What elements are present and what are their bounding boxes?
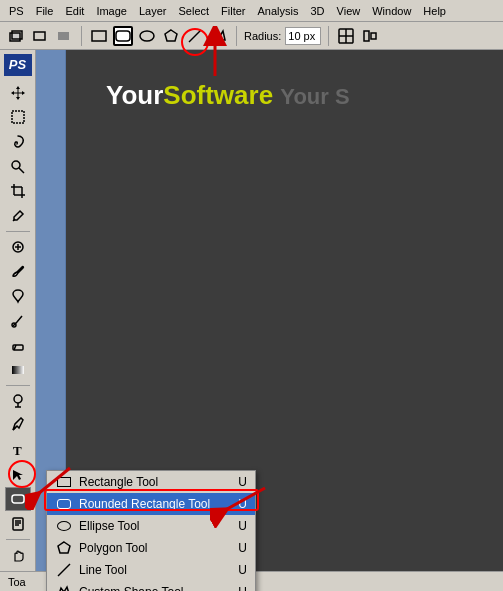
- crop-tool[interactable]: [5, 179, 31, 203]
- svg-point-16: [12, 161, 20, 169]
- menu-help[interactable]: Help: [418, 4, 451, 18]
- menu-layer[interactable]: Layer: [134, 4, 172, 18]
- svg-line-17: [19, 168, 24, 173]
- clone-tool[interactable]: [5, 284, 31, 308]
- separator-1: [81, 26, 82, 46]
- polygon-tool-opt[interactable]: [161, 26, 181, 46]
- ellipse-icon: [55, 517, 73, 535]
- context-menu-custom[interactable]: Custom Shape Tool U: [47, 581, 255, 591]
- radius-label: Radius:: [244, 30, 281, 42]
- ellipse-tool-opt[interactable]: [137, 26, 157, 46]
- polygon-label: Polygon Tool: [79, 541, 228, 555]
- svg-rect-5: [116, 31, 130, 41]
- menu-window[interactable]: Window: [367, 4, 416, 18]
- path-select-tool[interactable]: [5, 463, 31, 487]
- menu-file[interactable]: File: [31, 4, 59, 18]
- ps-logo: PS: [4, 54, 32, 76]
- line-icon: [55, 561, 73, 579]
- svg-point-30: [14, 395, 22, 403]
- fill-pixels-btn[interactable]: [54, 26, 74, 46]
- svg-rect-12: [364, 31, 369, 41]
- hand-tool[interactable]: [5, 543, 31, 567]
- align-btn[interactable]: [360, 26, 380, 46]
- menu-filter[interactable]: Filter: [216, 4, 250, 18]
- svg-line-46: [58, 564, 70, 576]
- gradient-tool[interactable]: [5, 358, 31, 382]
- brand-text: YourSoftware Your S: [76, 60, 503, 131]
- context-menu-rounded-rect[interactable]: Rounded Rectangle Tool U: [47, 493, 255, 515]
- svg-line-8: [189, 30, 201, 42]
- context-menu-rect[interactable]: Rectangle Tool U: [47, 471, 255, 493]
- your-s-text: Your S: [280, 84, 349, 109]
- type-tool[interactable]: T: [5, 438, 31, 462]
- context-menu-line[interactable]: Line Tool U: [47, 559, 255, 581]
- menu-3d[interactable]: 3D: [306, 4, 330, 18]
- menu-bar: PS File Edit Image Layer Select Filter A…: [0, 0, 503, 22]
- tool-sep-3: [6, 539, 30, 540]
- rounded-rect-shortcut: U: [238, 497, 247, 511]
- healing-tool[interactable]: [5, 235, 31, 259]
- snap-btn[interactable]: [336, 26, 356, 46]
- custom-label: Custom Shape Tool: [79, 585, 228, 591]
- separator-3: [328, 26, 329, 46]
- rect-label: Rectangle Tool: [79, 475, 228, 489]
- rect-tool-opt[interactable]: [89, 26, 109, 46]
- context-menu-polygon[interactable]: Polygon Tool U: [47, 537, 255, 559]
- move-tool[interactable]: [5, 81, 31, 105]
- svg-rect-35: [12, 495, 24, 503]
- toolbar: PS: [0, 50, 36, 591]
- notes-tool[interactable]: [5, 512, 31, 536]
- history-brush-tool[interactable]: [5, 309, 31, 333]
- svg-marker-45: [58, 542, 70, 553]
- custom-shape-tool-opt[interactable]: [209, 26, 229, 46]
- menu-select[interactable]: Select: [174, 4, 215, 18]
- svg-rect-36: [13, 518, 23, 530]
- rounded-rect-label: Rounded Rectangle Tool: [79, 497, 228, 511]
- menu-image[interactable]: Image: [91, 4, 132, 18]
- context-menu-ellipse[interactable]: Ellipse Tool U: [47, 515, 255, 537]
- ellipse-label: Ellipse Tool: [79, 519, 228, 533]
- eraser-tool[interactable]: [5, 333, 31, 357]
- svg-rect-3: [58, 32, 69, 40]
- svg-rect-13: [371, 33, 376, 39]
- menu-analysis[interactable]: Analysis: [253, 4, 304, 18]
- ellipse-shortcut: U: [238, 519, 247, 533]
- lasso-tool[interactable]: [5, 130, 31, 154]
- custom-icon: [55, 583, 73, 591]
- polygon-icon: [55, 539, 73, 557]
- options-bar: Radius:: [0, 22, 503, 50]
- menu-edit[interactable]: Edit: [60, 4, 89, 18]
- rounded-rect-icon: [55, 495, 73, 513]
- context-menu: Rectangle Tool U Rounded Rectangle Tool …: [46, 470, 256, 591]
- svg-rect-29: [12, 366, 24, 374]
- brush-tool[interactable]: [5, 259, 31, 283]
- paths-btn[interactable]: [30, 26, 50, 46]
- pen-tool[interactable]: [5, 413, 31, 437]
- polygon-shortcut: U: [238, 541, 247, 555]
- menu-view[interactable]: View: [332, 4, 366, 18]
- line-shortcut: U: [238, 563, 247, 577]
- svg-marker-7: [165, 30, 177, 41]
- shape-tool[interactable]: [5, 487, 31, 511]
- tool-sep-1: [6, 231, 30, 232]
- shape-layers-btn[interactable]: [6, 26, 26, 46]
- software-text: Software: [163, 80, 273, 110]
- dodge-tool[interactable]: [5, 389, 31, 413]
- separator-2: [236, 26, 237, 46]
- menu-ps[interactable]: PS: [4, 4, 29, 18]
- custom-shortcut: U: [238, 585, 247, 591]
- line-label: Line Tool: [79, 563, 228, 577]
- rounded-rect-tool-opt[interactable]: [113, 26, 133, 46]
- svg-point-6: [140, 31, 154, 41]
- eyedropper-tool[interactable]: [5, 204, 31, 228]
- rect-shortcut: U: [238, 475, 247, 489]
- your-text: Your: [106, 80, 163, 110]
- radius-input[interactable]: [285, 27, 321, 45]
- status-text: Toa: [8, 576, 26, 588]
- svg-rect-4: [92, 31, 106, 41]
- svg-rect-2: [34, 32, 45, 40]
- line-tool-opt[interactable]: [185, 26, 205, 46]
- quick-select-tool[interactable]: [5, 155, 31, 179]
- marquee-tool[interactable]: [5, 105, 31, 129]
- svg-text:T: T: [13, 443, 22, 458]
